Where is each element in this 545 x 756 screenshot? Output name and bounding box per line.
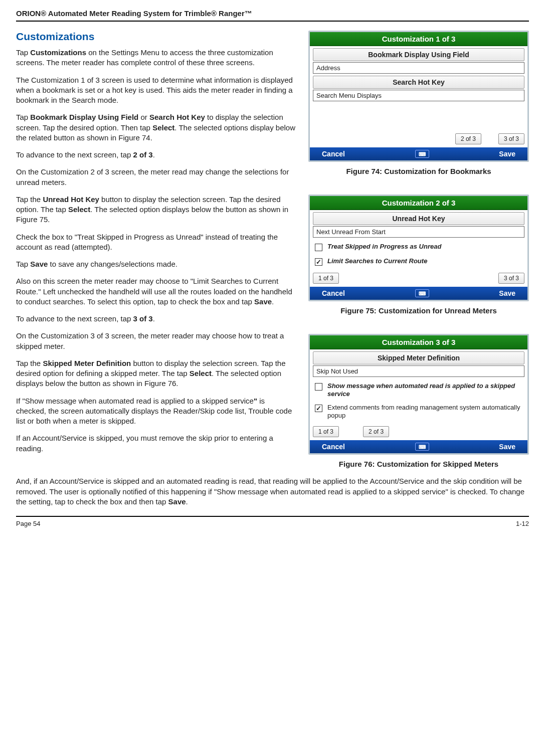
nav-2of3-button[interactable]: 2 of 3 — [363, 426, 389, 437]
window-title: Customization 3 of 3 — [310, 335, 527, 349]
nav-1of3-button[interactable]: 1 of 3 — [313, 273, 339, 284]
unread-hot-key-value[interactable]: Next Unread From Start — [313, 226, 524, 238]
search-hot-key-value[interactable]: Search Menu Displays — [313, 90, 524, 101]
cancel-button[interactable]: Cancel — [322, 150, 345, 158]
window-title: Customization 2 of 3 — [310, 196, 527, 210]
save-button[interactable]: Save — [499, 289, 515, 297]
unread-hot-key-button[interactable]: Unread Hot Key — [313, 212, 524, 225]
paragraph: Check the box to "Treat Skipped in Progr… — [16, 232, 296, 253]
paragraph: If "Show message when automated read is … — [16, 396, 296, 427]
search-hot-key-button[interactable]: Search Hot Key — [313, 76, 524, 89]
figure-caption: Figure 76: Customization for Skipped Met… — [308, 460, 529, 468]
paragraph: On the Customization 3 of 3 screen, the … — [16, 331, 296, 351]
show-message-label: Show message when automated read is appl… — [327, 382, 522, 398]
paragraph: If an Account/Service is skipped, you mu… — [16, 433, 296, 454]
paragraph: Tap Save to save any changes/selections … — [16, 259, 296, 269]
device-screenshot: Customization 3 of 3 Skipped Meter Defin… — [308, 334, 529, 455]
skipped-meter-definition-value[interactable]: Skip Not Used — [313, 365, 524, 377]
figure-74: Customization 1 of 3 Bookmark Display Us… — [308, 31, 529, 175]
paragraph: Tap Customizations on the Settings Menu … — [16, 48, 296, 68]
nav-1of3-button[interactable]: 1 of 3 — [313, 426, 339, 437]
show-message-checkbox[interactable] — [315, 383, 322, 391]
bookmark-display-field-button[interactable]: Bookmark Display Using Field — [313, 48, 524, 61]
figure-column: Customization 1 of 3 Bookmark Display Us… — [308, 31, 529, 473]
page-footer: Page 54 1-12 — [16, 516, 529, 527]
figure-76: Customization 3 of 3 Skipped Meter Defin… — [308, 334, 529, 468]
keyboard-icon[interactable]: ⌨ — [415, 289, 429, 297]
extend-comments-label: Extend comments from reading management … — [327, 404, 522, 419]
bookmark-display-value[interactable]: Address — [313, 62, 524, 74]
treat-skipped-checkbox[interactable] — [315, 244, 322, 251]
paragraph: To advance to the next screen, tap 3 of … — [16, 314, 296, 324]
save-button[interactable]: Save — [499, 443, 515, 451]
nav-3of3-button[interactable]: 3 of 3 — [498, 133, 524, 144]
figure-caption: Figure 75: Customization for Unread Mete… — [308, 306, 529, 315]
paragraph: On the Customization 2 of 3 screen, the … — [16, 167, 296, 187]
limit-searches-label: Limit Searches to Current Route — [327, 257, 427, 265]
paragraph: Also on this screen the meter reader may… — [16, 276, 296, 307]
footer-page-right: 1-12 — [516, 520, 529, 527]
paragraph: Tap the Unread Hot Key button to display… — [16, 195, 296, 225]
skipped-meter-definition-button[interactable]: Skipped Meter Definition — [313, 351, 524, 364]
device-screenshot: Customization 1 of 3 Bookmark Display Us… — [308, 31, 529, 162]
paragraph: And, if an Account/Service is skipped an… — [16, 476, 529, 507]
figure-caption: Figure 74: Customization for Bookmarks — [308, 167, 529, 175]
extend-comments-checkbox[interactable]: ✓ — [315, 405, 322, 412]
body-text-column: Customizations Tap Customizations on the… — [16, 31, 296, 473]
section-title: Customizations — [16, 31, 296, 43]
keyboard-icon[interactable]: ⌨ — [415, 150, 429, 158]
keyboard-icon[interactable]: ⌨ — [415, 443, 429, 451]
paragraph: The Customization 1 of 3 screen is used … — [16, 75, 296, 106]
paragraph: Tap Bookmark Display Using Field or Sear… — [16, 112, 296, 143]
paragraph: To advance to the next screen, tap 2 of … — [16, 150, 296, 160]
nav-3of3-button[interactable]: 3 of 3 — [498, 273, 524, 284]
nav-2of3-button[interactable]: 2 of 3 — [455, 133, 481, 144]
cancel-button[interactable]: Cancel — [322, 289, 345, 297]
footer-page-left: Page 54 — [16, 520, 40, 527]
device-screenshot: Customization 2 of 3 Unread Hot Key Next… — [308, 195, 529, 301]
treat-skipped-label: Treat Skipped in Progress as Unread — [327, 243, 441, 251]
paragraph: Tap the Skipped Meter Definition button … — [16, 358, 296, 389]
save-button[interactable]: Save — [499, 150, 515, 158]
page-header: ORION® Automated Meter Reading System fo… — [16, 9, 529, 22]
window-title: Customization 1 of 3 — [310, 32, 527, 46]
limit-searches-checkbox[interactable]: ✓ — [315, 258, 322, 266]
figure-75: Customization 2 of 3 Unread Hot Key Next… — [308, 195, 529, 315]
cancel-button[interactable]: Cancel — [322, 443, 345, 451]
